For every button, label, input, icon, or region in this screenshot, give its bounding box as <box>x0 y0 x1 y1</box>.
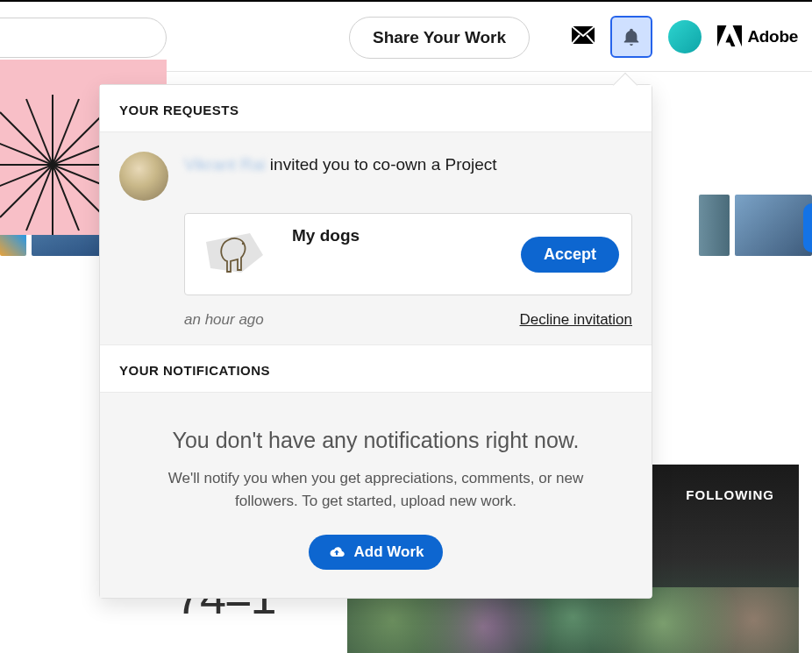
share-label: Share Your Work <box>373 28 506 47</box>
project-card: My dogs Accept <box>184 213 632 295</box>
search-input[interactable] <box>0 18 167 58</box>
project-title: My dogs <box>292 224 505 245</box>
inviter-name[interactable]: Vikrant Rai <box>184 155 266 174</box>
adobe-text: Adobe <box>747 27 798 46</box>
cloud-upload-icon <box>328 545 345 559</box>
user-avatar[interactable] <box>668 20 702 53</box>
add-work-button[interactable]: Add Work <box>309 535 444 570</box>
inviter-avatar[interactable] <box>119 152 168 201</box>
requests-section-header: YOUR REQUESTS <box>100 85 652 132</box>
adobe-logo[interactable]: Adobe <box>717 25 798 48</box>
svg-point-9 <box>242 243 244 245</box>
request-message: Vikrant Rai invited you to co-own a Proj… <box>184 152 632 174</box>
accept-button[interactable]: Accept <box>521 237 619 273</box>
project-thumbnail[interactable] <box>197 224 276 284</box>
adobe-mark-icon <box>717 25 742 48</box>
carousel-next-button[interactable] <box>803 203 812 252</box>
empty-title: You don't have any notifications right n… <box>126 428 625 453</box>
request-item: Vikrant Rai invited you to co-own a Proj… <box>100 132 652 345</box>
notifications-bell-button[interactable] <box>610 16 652 58</box>
notifications-popover: YOUR REQUESTS Vikrant Rai invited you to… <box>99 84 652 599</box>
bell-icon <box>622 26 641 47</box>
request-timestamp: an hour ago <box>184 311 264 329</box>
notifications-empty-state: You don't have any notifications right n… <box>100 393 652 598</box>
decline-invitation-link[interactable]: Decline invitation <box>519 311 632 329</box>
empty-subtitle: We'll notify you when you get appreciati… <box>126 467 625 512</box>
share-your-work-button[interactable]: Share Your Work <box>349 17 530 59</box>
notifications-section-header: YOUR NOTIFICATIONS <box>100 345 652 393</box>
following-badge: FOLLOWING <box>686 487 774 502</box>
mail-icon[interactable] <box>572 26 595 47</box>
